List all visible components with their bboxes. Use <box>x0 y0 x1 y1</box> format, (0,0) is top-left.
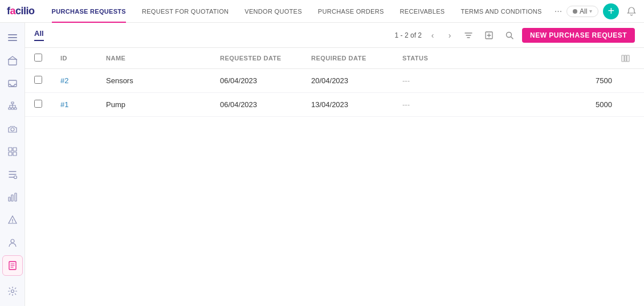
row-requested-date: 06/04/2023 <box>211 93 302 117</box>
hamburger-line-3 <box>8 40 17 41</box>
barchart-icon <box>7 192 18 202</box>
filter-label: All <box>580 7 587 15</box>
add-button[interactable]: + <box>603 3 619 19</box>
person-icon <box>7 238 18 248</box>
filter-adjust-button[interactable] <box>460 27 476 43</box>
row-required-date: 20/04/2023 <box>302 69 393 93</box>
search-button[interactable] <box>502 27 517 43</box>
nav-right: All ▾ + SU <box>566 3 644 19</box>
table-row: #1 Pump 06/04/2023 13/04/2023 --- 5000 <box>25 93 644 117</box>
sidebar-hamburger[interactable] <box>2 27 23 48</box>
svg-rect-12 <box>9 197 10 201</box>
svg-rect-5 <box>14 108 17 109</box>
pagination-prev[interactable]: ‹ <box>426 29 439 42</box>
notifications-button[interactable] <box>623 3 639 19</box>
col-header-id: ID <box>51 48 97 69</box>
bell-icon <box>627 7 636 16</box>
row-status: --- <box>393 93 473 117</box>
export-button[interactable] <box>481 27 497 43</box>
nav-item-terms[interactable]: TERMS AND CONDITIONS <box>453 0 549 23</box>
main-content: All 1 - 2 of 2 ‹ › <box>25 23 644 306</box>
row-requested-date: 06/04/2023 <box>211 69 302 93</box>
table-header-row: ID NAME REQUESTED DATE REQUIRED DATE STA… <box>25 48 644 69</box>
col-header-amount <box>473 48 621 69</box>
sidebar-item-modules[interactable] <box>2 141 23 162</box>
home-icon <box>7 55 18 66</box>
columns-icon <box>621 54 630 63</box>
org-icon <box>7 101 18 111</box>
inbox-icon <box>7 78 18 88</box>
sidebar-item-assets[interactable] <box>2 119 23 139</box>
sidebar-item-people[interactable] <box>2 232 23 253</box>
sidebar-item-checklist[interactable] <box>2 164 23 185</box>
app-layout: All 1 - 2 of 2 ‹ › <box>0 23 644 306</box>
nav-item-purchase-requests[interactable]: PURCHASE REQUESTS <box>44 0 134 23</box>
toolbar: All 1 - 2 of 2 ‹ › <box>25 23 644 48</box>
filter-badge[interactable]: All ▾ <box>566 6 598 17</box>
col-header-settings <box>621 48 644 69</box>
filter-chevron: ▾ <box>589 8 592 14</box>
svg-rect-22 <box>625 55 626 62</box>
filter-dot <box>573 9 577 14</box>
nav-item-rfq[interactable]: REQUEST FOR QUOTATION <box>134 0 237 23</box>
grid-icon <box>7 146 18 157</box>
hamburger-line-2 <box>8 37 17 38</box>
table-body: #2 Sensors 06/04/2023 20/04/2023 --- 750… <box>25 69 644 117</box>
nav-item-vendor-quotes[interactable]: VENDOR QUOTES <box>237 0 309 23</box>
row-name: Sensors <box>97 69 211 93</box>
tab-all[interactable]: All <box>34 29 44 41</box>
alert-icon <box>7 215 18 225</box>
search-icon <box>505 31 514 40</box>
sidebar-item-org[interactable] <box>2 96 23 116</box>
logo-text: facilio <box>7 5 35 17</box>
svg-rect-13 <box>11 195 13 201</box>
nav-item-receivables[interactable]: RECEIVABLES <box>392 0 453 23</box>
column-settings-button[interactable] <box>621 54 630 63</box>
svg-rect-8 <box>13 148 17 151</box>
svg-rect-3 <box>9 108 11 109</box>
sidebar-item-inbox[interactable] <box>2 73 23 93</box>
sidebar <box>0 23 25 306</box>
svg-point-11 <box>14 176 17 179</box>
row-name: Pump <box>97 93 211 117</box>
row-checkbox-cell <box>25 69 51 93</box>
logo[interactable]: facilio <box>7 5 35 17</box>
sidebar-item-reports[interactable] <box>2 187 23 207</box>
row-id-link[interactable]: #1 <box>60 100 68 109</box>
svg-rect-7 <box>9 148 12 151</box>
export-icon <box>484 31 494 40</box>
row-required-date: 13/04/2023 <box>302 93 393 117</box>
nav-item-purchase-orders[interactable]: PURCHASE ORDERS <box>310 0 392 23</box>
top-nav: facilio PURCHASE REQUESTS REQUEST FOR QU… <box>0 0 644 23</box>
new-purchase-request-button[interactable]: NEW PURCHASE REQUEST <box>522 28 635 43</box>
purchase-requests-table: ID NAME REQUESTED DATE REQUIRED DATE STA… <box>25 48 644 117</box>
row-checkbox[interactable] <box>34 100 42 108</box>
col-header-requested-date: REQUESTED DATE <box>211 48 302 69</box>
sidebar-item-alerts[interactable] <box>2 210 23 230</box>
col-header-name: NAME <box>97 48 211 69</box>
row-id-link[interactable]: #2 <box>60 76 68 85</box>
row-status: --- <box>393 69 473 93</box>
pagination-next[interactable]: › <box>443 29 456 42</box>
svg-rect-21 <box>622 55 624 62</box>
svg-rect-0 <box>9 59 17 65</box>
row-checkbox[interactable] <box>34 76 42 84</box>
select-all-checkbox[interactable] <box>34 54 42 62</box>
sidebar-item-documents[interactable] <box>2 255 23 276</box>
svg-point-15 <box>12 222 13 223</box>
svg-rect-14 <box>15 193 17 201</box>
row-id: #1 <box>51 93 97 117</box>
svg-rect-2 <box>11 102 14 104</box>
row-amount: 5000 <box>473 93 621 117</box>
adjust-icon <box>464 31 473 40</box>
sidebar-item-home[interactable] <box>2 50 23 71</box>
svg-rect-4 <box>11 108 14 109</box>
nav-items: PURCHASE REQUESTS REQUEST FOR QUOTATION … <box>44 0 567 23</box>
table-row: #2 Sensors 06/04/2023 20/04/2023 --- 750… <box>25 69 644 93</box>
svg-point-16 <box>11 239 14 243</box>
sidebar-item-settings[interactable] <box>2 281 23 301</box>
row-checkbox-cell <box>25 93 51 117</box>
nav-more-button[interactable]: ··· <box>550 6 566 17</box>
select-all-col <box>25 48 51 69</box>
row-actions <box>621 69 644 93</box>
